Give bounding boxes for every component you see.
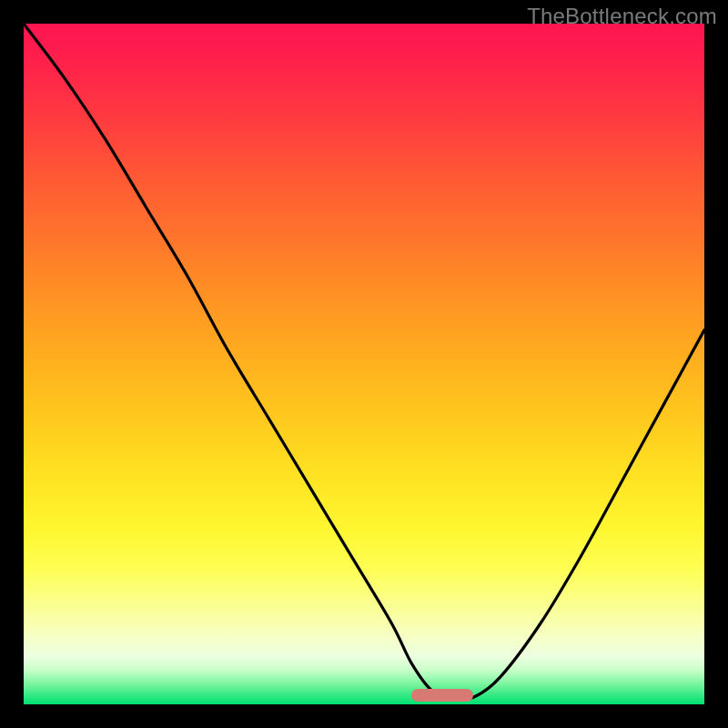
bottleneck-curve <box>24 24 704 704</box>
watermark-text: TheBottleneck.com <box>527 4 717 29</box>
curve-path <box>24 24 704 699</box>
optimal-range-marker <box>411 689 472 702</box>
chart-frame: TheBottleneck.com <box>0 0 728 728</box>
plot-area <box>24 24 704 704</box>
